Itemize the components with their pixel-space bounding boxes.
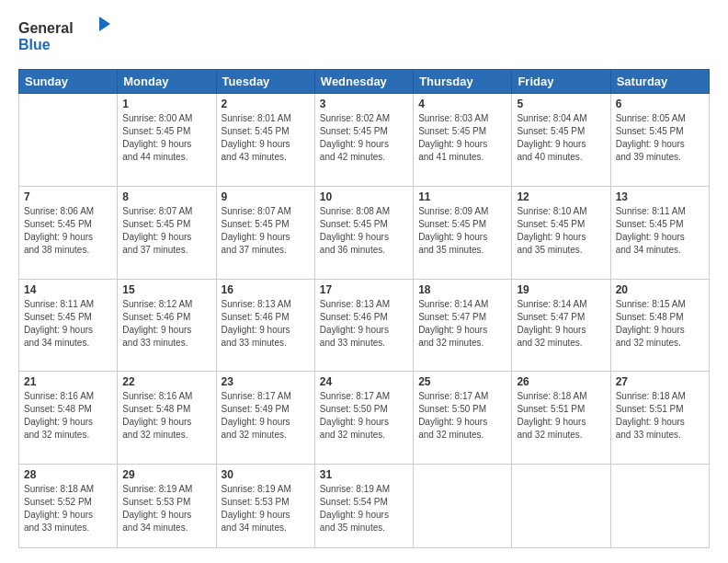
day-number: 22 <box>122 375 210 388</box>
day-info: Sunrise: 8:17 AM Sunset: 5:50 PM Dayligh… <box>418 390 506 442</box>
day-number: 21 <box>24 375 112 388</box>
day-number: 19 <box>517 283 605 296</box>
day-number: 27 <box>616 375 704 388</box>
weekday-header-saturday: Saturday <box>610 70 709 94</box>
day-info: Sunrise: 8:14 AM Sunset: 5:47 PM Dayligh… <box>517 298 605 350</box>
day-number: 7 <box>24 190 112 203</box>
day-number: 9 <box>222 190 310 203</box>
calendar-week-1: 7Sunrise: 8:06 AM Sunset: 5:45 PM Daylig… <box>19 186 710 279</box>
day-number: 10 <box>320 190 408 203</box>
calendar-cell: 5Sunrise: 8:04 AM Sunset: 5:45 PM Daylig… <box>512 94 610 187</box>
calendar-cell: 17Sunrise: 8:13 AM Sunset: 5:46 PM Dayli… <box>314 279 413 372</box>
svg-marker-1 <box>99 17 110 31</box>
day-number: 24 <box>320 375 408 388</box>
calendar-cell: 13Sunrise: 8:11 AM Sunset: 5:45 PM Dayli… <box>610 186 709 279</box>
weekday-header-thursday: Thursday <box>414 70 512 94</box>
day-number: 18 <box>418 283 506 296</box>
calendar-cell: 19Sunrise: 8:14 AM Sunset: 5:47 PM Dayli… <box>512 279 610 372</box>
day-info: Sunrise: 8:03 AM Sunset: 5:45 PM Dayligh… <box>418 112 506 164</box>
day-info: Sunrise: 8:13 AM Sunset: 5:46 PM Dayligh… <box>320 298 408 350</box>
calendar-cell: 12Sunrise: 8:10 AM Sunset: 5:45 PM Dayli… <box>512 186 610 279</box>
calendar-cell: 16Sunrise: 8:13 AM Sunset: 5:46 PM Dayli… <box>216 279 314 372</box>
calendar-cell: 22Sunrise: 8:16 AM Sunset: 5:48 PM Dayli… <box>118 372 216 465</box>
logo-block: General Blue <box>18 15 115 60</box>
calendar-cell: 14Sunrise: 8:11 AM Sunset: 5:45 PM Dayli… <box>19 279 118 372</box>
day-info: Sunrise: 8:19 AM Sunset: 5:53 PM Dayligh… <box>222 483 310 534</box>
day-info: Sunrise: 8:07 AM Sunset: 5:45 PM Dayligh… <box>222 205 310 257</box>
calendar-cell: 26Sunrise: 8:18 AM Sunset: 5:51 PM Dayli… <box>512 372 610 465</box>
day-number: 20 <box>616 283 704 296</box>
calendar-cell: 18Sunrise: 8:14 AM Sunset: 5:47 PM Dayli… <box>414 279 512 372</box>
calendar-cell: 28Sunrise: 8:18 AM Sunset: 5:52 PM Dayli… <box>19 465 118 548</box>
calendar-cell: 6Sunrise: 8:05 AM Sunset: 5:45 PM Daylig… <box>610 94 709 187</box>
day-number: 6 <box>616 98 704 110</box>
calendar-cell <box>414 465 512 548</box>
weekday-header-monday: Monday <box>118 70 216 94</box>
calendar-table: SundayMondayTuesdayWednesdayThursdayFrid… <box>18 69 710 548</box>
logo: General Blue <box>18 15 115 60</box>
calendar-cell: 2Sunrise: 8:01 AM Sunset: 5:45 PM Daylig… <box>216 94 314 187</box>
calendar-week-4: 28Sunrise: 8:18 AM Sunset: 5:52 PM Dayli… <box>19 465 710 548</box>
day-info: Sunrise: 8:13 AM Sunset: 5:46 PM Dayligh… <box>222 298 310 350</box>
day-info: Sunrise: 8:11 AM Sunset: 5:45 PM Dayligh… <box>24 298 112 350</box>
svg-text:Blue: Blue <box>18 37 51 52</box>
calendar-week-2: 14Sunrise: 8:11 AM Sunset: 5:45 PM Dayli… <box>19 279 710 372</box>
day-info: Sunrise: 8:16 AM Sunset: 5:48 PM Dayligh… <box>24 390 112 442</box>
day-number: 11 <box>418 190 506 203</box>
day-info: Sunrise: 8:01 AM Sunset: 5:45 PM Dayligh… <box>222 112 310 164</box>
day-info: Sunrise: 8:10 AM Sunset: 5:45 PM Dayligh… <box>517 205 605 257</box>
calendar-cell: 30Sunrise: 8:19 AM Sunset: 5:53 PM Dayli… <box>216 465 314 548</box>
calendar-cell: 3Sunrise: 8:02 AM Sunset: 5:45 PM Daylig… <box>314 94 413 187</box>
header: General Blue <box>18 15 710 60</box>
calendar-cell: 21Sunrise: 8:16 AM Sunset: 5:48 PM Dayli… <box>19 372 118 465</box>
day-number: 3 <box>320 98 408 110</box>
day-info: Sunrise: 8:00 AM Sunset: 5:45 PM Dayligh… <box>122 112 210 164</box>
calendar-cell: 4Sunrise: 8:03 AM Sunset: 5:45 PM Daylig… <box>414 94 512 187</box>
calendar-cell: 11Sunrise: 8:09 AM Sunset: 5:45 PM Dayli… <box>414 186 512 279</box>
day-number: 25 <box>418 375 506 388</box>
day-info: Sunrise: 8:15 AM Sunset: 5:48 PM Dayligh… <box>616 298 704 350</box>
day-info: Sunrise: 8:14 AM Sunset: 5:47 PM Dayligh… <box>418 298 506 350</box>
calendar-cell <box>610 465 709 548</box>
day-number: 12 <box>517 190 605 203</box>
weekday-header-sunday: Sunday <box>19 70 118 94</box>
calendar-cell <box>512 465 610 548</box>
calendar-week-0: 1Sunrise: 8:00 AM Sunset: 5:45 PM Daylig… <box>19 94 710 187</box>
calendar-cell: 15Sunrise: 8:12 AM Sunset: 5:46 PM Dayli… <box>118 279 216 372</box>
day-number: 29 <box>122 468 210 481</box>
svg-text:General: General <box>18 20 74 36</box>
calendar-cell: 31Sunrise: 8:19 AM Sunset: 5:54 PM Dayli… <box>314 465 413 548</box>
day-number: 17 <box>320 283 408 296</box>
calendar-cell: 23Sunrise: 8:17 AM Sunset: 5:49 PM Dayli… <box>216 372 314 465</box>
calendar-cell: 8Sunrise: 8:07 AM Sunset: 5:45 PM Daylig… <box>118 186 216 279</box>
day-number: 16 <box>222 283 310 296</box>
logo-svg: General Blue <box>18 15 115 56</box>
calendar-cell: 29Sunrise: 8:19 AM Sunset: 5:53 PM Dayli… <box>118 465 216 548</box>
day-info: Sunrise: 8:18 AM Sunset: 5:51 PM Dayligh… <box>517 390 605 442</box>
weekday-header-tuesday: Tuesday <box>216 70 314 94</box>
day-info: Sunrise: 8:07 AM Sunset: 5:45 PM Dayligh… <box>122 205 210 257</box>
day-number: 23 <box>222 375 310 388</box>
weekday-header-row: SundayMondayTuesdayWednesdayThursdayFrid… <box>19 70 710 94</box>
day-info: Sunrise: 8:16 AM Sunset: 5:48 PM Dayligh… <box>122 390 210 442</box>
day-number: 15 <box>122 283 210 296</box>
day-info: Sunrise: 8:19 AM Sunset: 5:54 PM Dayligh… <box>320 483 408 534</box>
day-number: 31 <box>320 468 408 481</box>
calendar-cell: 1Sunrise: 8:00 AM Sunset: 5:45 PM Daylig… <box>118 94 216 187</box>
day-number: 30 <box>222 468 310 481</box>
weekday-header-wednesday: Wednesday <box>314 70 413 94</box>
calendar-cell: 20Sunrise: 8:15 AM Sunset: 5:48 PM Dayli… <box>610 279 709 372</box>
calendar-week-3: 21Sunrise: 8:16 AM Sunset: 5:48 PM Dayli… <box>19 372 710 465</box>
day-info: Sunrise: 8:18 AM Sunset: 5:51 PM Dayligh… <box>616 390 704 442</box>
calendar-cell: 9Sunrise: 8:07 AM Sunset: 5:45 PM Daylig… <box>216 186 314 279</box>
calendar-cell: 10Sunrise: 8:08 AM Sunset: 5:45 PM Dayli… <box>314 186 413 279</box>
calendar-cell: 7Sunrise: 8:06 AM Sunset: 5:45 PM Daylig… <box>19 186 118 279</box>
day-info: Sunrise: 8:08 AM Sunset: 5:45 PM Dayligh… <box>320 205 408 257</box>
day-number: 4 <box>418 98 506 110</box>
calendar-cell <box>19 94 118 187</box>
day-number: 28 <box>24 468 112 481</box>
day-number: 1 <box>122 98 210 110</box>
day-number: 8 <box>122 190 210 203</box>
weekday-header-friday: Friday <box>512 70 610 94</box>
day-info: Sunrise: 8:02 AM Sunset: 5:45 PM Dayligh… <box>320 112 408 164</box>
